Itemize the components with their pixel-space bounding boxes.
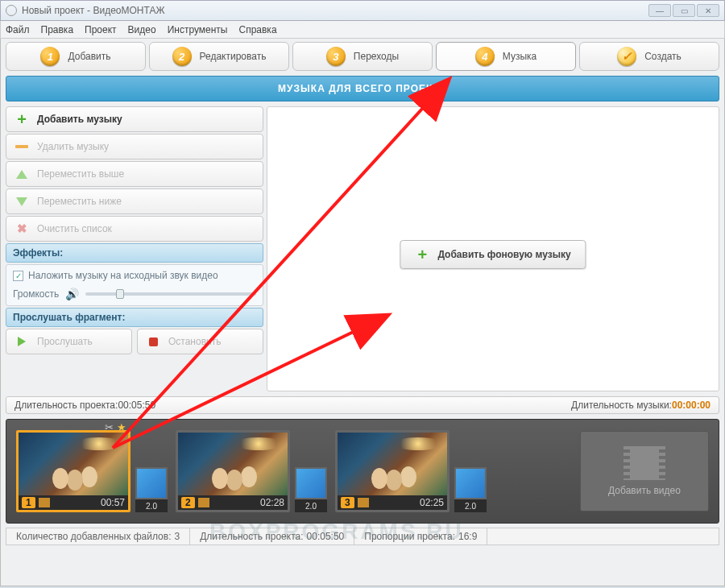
- slider-knob[interactable]: [116, 289, 124, 299]
- play-icon: [14, 334, 29, 349]
- file-count-value: 3: [174, 531, 180, 542]
- window-title: Новый проект - ВидеоМОНТАЖ: [22, 5, 165, 16]
- clip-thumbnail[interactable]: ✂★ 100:57: [16, 430, 130, 512]
- clip-duration: 00:57: [101, 497, 125, 508]
- menu-video[interactable]: Видео: [128, 24, 156, 35]
- step-label: Переходы: [354, 51, 399, 62]
- duration-bar: Длительность проекта: 00:05:50 Длительно…: [6, 396, 719, 414]
- step-music[interactable]: 4Музыка: [436, 42, 576, 71]
- timeline-clip[interactable]: ✂★ 100:57 2.0: [16, 430, 168, 512]
- step-label: Создать: [644, 51, 682, 62]
- plus-icon: +: [14, 112, 29, 126]
- clip-number: 1: [22, 497, 35, 508]
- aspect-ratio-label: Пропорции проекта:: [364, 531, 455, 542]
- project-duration-value: 00:05:50: [118, 400, 155, 411]
- scissors-icon[interactable]: ✂: [105, 421, 114, 433]
- stop-icon: [146, 334, 160, 349]
- file-count-label: Количество добавленных файлов:: [16, 531, 171, 542]
- statusbar: Количество добавленных файлов: 3 Длитель…: [6, 528, 719, 545]
- menu-tools[interactable]: Инструменты: [168, 24, 228, 35]
- window-controls: — ▭ ✕: [648, 4, 719, 17]
- transition-chip[interactable]: 2.0: [295, 467, 327, 512]
- wizard-steps: 1Добавить 2Редактировать 3Переходы 4Музы…: [6, 42, 719, 71]
- aspect-ratio-value: 16:9: [458, 531, 477, 542]
- clip-number: 3: [341, 497, 354, 508]
- stop-button[interactable]: Остановить: [137, 329, 263, 354]
- transition-chip[interactable]: 2.0: [135, 467, 168, 512]
- pencil-icon[interactable]: [198, 498, 209, 507]
- clear-list-button[interactable]: ✖Очистить список: [6, 216, 263, 242]
- move-up-button[interactable]: Переместить выше: [6, 161, 263, 187]
- maximize-button[interactable]: ▭: [673, 4, 695, 17]
- section-banner: МУЗЫКА ДЛЯ ВСЕГО ПРОЕКТА: [6, 76, 719, 101]
- menubar: Файл Правка Проект Видео Инструменты Спр…: [0, 21, 725, 39]
- music-canvas: + Добавить фоновую музыку: [267, 106, 719, 391]
- clip-thumbnail[interactable]: 202:28: [176, 430, 290, 512]
- arrow-down-icon: [14, 194, 29, 209]
- effects-header: Эффекты:: [6, 243, 263, 263]
- music-duration-label: Длительность музыки:: [571, 400, 672, 411]
- music-duration-value: 00:00:00: [672, 400, 710, 411]
- step-create[interactable]: ✓Создать: [579, 42, 719, 71]
- step-add[interactable]: 1Добавить: [6, 42, 146, 71]
- x-icon: ✖: [14, 222, 29, 236]
- footer-duration-label: Длительность проекта:: [200, 531, 303, 542]
- menu-file[interactable]: Файл: [6, 24, 30, 35]
- step-label: Музыка: [503, 51, 536, 62]
- pencil-icon[interactable]: [39, 498, 50, 507]
- add-music-button[interactable]: +Добавить музыку: [6, 106, 263, 132]
- plus-icon: +: [415, 247, 429, 262]
- timeline[interactable]: ✂★ 100:57 2.0 202:28 2.0 302:25 2.0 Доба…: [6, 419, 719, 524]
- menu-help[interactable]: Справка: [238, 24, 276, 35]
- transition-chip[interactable]: 2.0: [454, 467, 487, 512]
- add-bg-music-button[interactable]: + Добавить фоновую музыку: [400, 240, 586, 269]
- music-sidebar: +Добавить музыку Удалить музыку Перемест…: [6, 106, 263, 391]
- close-button[interactable]: ✕: [697, 4, 719, 17]
- film-icon: [624, 446, 665, 480]
- clip-duration: 02:28: [260, 497, 284, 508]
- checkbox-icon: ✓: [13, 271, 23, 281]
- timeline-clip[interactable]: 302:25 2.0: [335, 430, 487, 512]
- effects-box: ✓Наложить музыку на исходный звук видео …: [6, 264, 263, 306]
- add-video-button[interactable]: Добавить видео: [580, 431, 709, 511]
- minus-icon: [14, 139, 29, 154]
- app-icon: [6, 5, 17, 16]
- arrow-up-icon: [14, 167, 29, 181]
- project-duration-label: Длительность проекта:: [14, 400, 118, 411]
- volume-slider[interactable]: [85, 292, 256, 296]
- minimize-button[interactable]: —: [648, 4, 671, 17]
- overlay-checkbox[interactable]: ✓Наложить музыку на исходный звук видео: [13, 270, 256, 281]
- pencil-icon[interactable]: [358, 498, 369, 507]
- step-label: Добавить: [68, 51, 110, 62]
- preview-header: Прослушать фрагмент:: [6, 308, 263, 327]
- footer-duration-value: 00:05:50: [307, 531, 345, 542]
- timeline-clip[interactable]: 202:28 2.0: [176, 430, 327, 512]
- volume-label: Громкость: [13, 288, 59, 300]
- speaker-icon: 🔊: [65, 288, 79, 300]
- titlebar: Новый проект - ВидеоМОНТАЖ — ▭ ✕: [0, 0, 725, 21]
- clip-duration: 02:25: [420, 497, 444, 508]
- menu-project[interactable]: Проект: [85, 24, 117, 35]
- play-button[interactable]: Прослушать: [6, 329, 132, 354]
- menu-edit[interactable]: Правка: [41, 24, 74, 35]
- clip-number: 2: [181, 497, 195, 508]
- star-icon[interactable]: ★: [117, 421, 126, 433]
- step-label: Редактировать: [200, 51, 267, 62]
- step-edit[interactable]: 2Редактировать: [149, 42, 289, 71]
- move-down-button[interactable]: Переместить ниже: [6, 188, 263, 214]
- clip-thumbnail[interactable]: 302:25: [335, 430, 450, 512]
- step-transitions[interactable]: 3Переходы: [292, 42, 433, 71]
- delete-music-button[interactable]: Удалить музыку: [6, 134, 263, 159]
